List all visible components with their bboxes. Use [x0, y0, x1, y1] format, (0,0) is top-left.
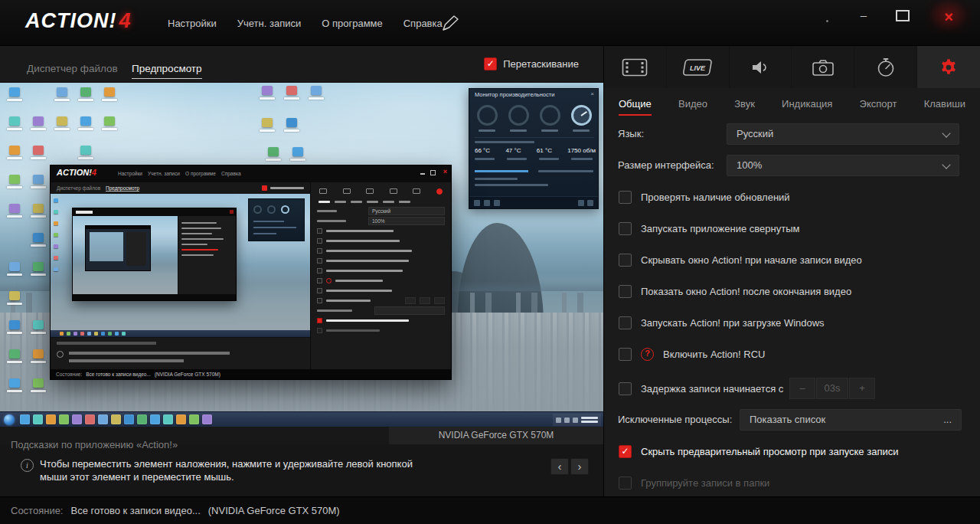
drag-checkbox-checked[interactable]: ✓ — [484, 57, 497, 70]
nested-taskbar-icon — [87, 332, 91, 336]
nested-drag-label-bar — [270, 187, 304, 189]
gadget-temps: 66 °C 47 °C 61 °C 1750 об/м — [475, 147, 596, 154]
tab-preview[interactable]: Предпросмотр — [132, 63, 202, 79]
taskbar-app-icon — [85, 414, 95, 424]
rcu-help-icon[interactable]: ? — [641, 348, 654, 361]
group-label: Группируйте записи в папки — [641, 477, 769, 489]
delay-value: 03s — [816, 378, 848, 399]
delay-label: Задержка записи начинается с — [641, 383, 783, 395]
nested-taskbar-icon — [67, 332, 70, 336]
language-dropdown[interactable]: Русский — [727, 123, 959, 145]
desktop-icon — [100, 116, 119, 136]
gadget-wrench-icon — [587, 200, 593, 206]
desktop-icon — [28, 320, 48, 340]
action-app-window: ACTION!4 Настройки Учетн. записи О прогр… — [0, 0, 980, 524]
nested2-text-bar — [181, 254, 214, 257]
menu-help[interactable]: Справка — [403, 18, 443, 29]
tip-line-2: мыши этот элемент и переместите мышь. — [40, 470, 469, 483]
menu-about[interactable]: О программе — [322, 18, 383, 29]
nested-desktop-icon — [54, 256, 58, 260]
nested-tab-preview: Предпросмотр — [106, 185, 139, 192]
rcu-checkbox[interactable] — [619, 348, 632, 361]
desktop-icon — [257, 86, 277, 106]
drag-toggle[interactable]: ✓ Перетаскивание — [484, 57, 579, 70]
gauge-caption — [510, 129, 527, 132]
screen-preview[interactable]: Монитор производительности × 66 °C 47 °C… — [0, 83, 603, 427]
delay-plus-button[interactable]: + — [849, 378, 875, 399]
nested2-text-bar — [181, 238, 224, 241]
ram-gauge — [508, 105, 529, 126]
show-list-button[interactable]: Показать список ... — [740, 409, 962, 431]
setting-checkbox-row: Запускать Action! при загрузке Windows — [619, 316, 825, 329]
gadget-text-bar — [538, 170, 593, 172]
logo-text: ACTION! — [25, 9, 116, 32]
nested-setting-row — [317, 286, 445, 296]
checkbox[interactable] — [619, 222, 632, 235]
gadget-title: Монитор производительности — [475, 91, 554, 98]
checkbox[interactable] — [619, 191, 632, 204]
checkbox[interactable] — [619, 316, 632, 329]
tip-text: Чтобы переместить элемент наложения, наж… — [40, 457, 469, 483]
minimize-button[interactable]: – — [853, 6, 874, 26]
setting-checkbox-row: Проверять наличие обновлений — [619, 191, 790, 204]
gadget-divider — [475, 137, 594, 138]
usage-bar — [475, 170, 528, 172]
nested-setting-row — [317, 276, 445, 286]
setting-checkbox-row: Показать окно Action! после окончания ви… — [619, 285, 851, 298]
gauge-caption — [573, 129, 590, 132]
nested2-text-bar — [181, 222, 217, 224]
gpu-temp: 61 °C — [537, 147, 552, 154]
prev-tip-button[interactable]: ‹ — [550, 458, 569, 475]
close-button[interactable]: × — [925, 0, 972, 34]
desktop-icon — [5, 87, 24, 107]
group-checkbox-disabled[interactable] — [619, 477, 632, 490]
next-tip-button[interactable]: › — [570, 458, 589, 475]
setting-group-row: Группируйте записи в папки — [619, 477, 769, 490]
nested-window-level2 — [72, 208, 237, 301]
gadget-text-bar — [475, 141, 534, 143]
checkbox-label: Проверять наличие обновлений — [641, 192, 790, 203]
desktop-icon — [100, 87, 119, 107]
pen-tool-icon[interactable] — [441, 15, 461, 35]
menu-settings[interactable]: Настройки — [168, 18, 217, 29]
gadget-footer — [469, 196, 598, 208]
taskbar-app-icon — [46, 414, 56, 424]
setting-checkbox-row: Скрывать окно Action! при начале записи … — [619, 254, 862, 267]
taskbar-app-icon — [137, 414, 147, 424]
ui-scale-dropdown[interactable]: 100% — [727, 155, 959, 176]
gadget-text-bar — [475, 178, 518, 180]
gpu-label: NVIDIA GeForce GTX 570M — [389, 427, 603, 444]
desktop-icon — [76, 87, 96, 107]
checkbox[interactable] — [619, 254, 632, 267]
nested-menubar: Настройки Учетн. записи О программе Спра… — [118, 171, 241, 176]
desktop-icon — [282, 86, 302, 106]
taskbar-app-icon — [72, 414, 82, 424]
chevron-down-icon — [942, 160, 950, 169]
taskbar-app-icon — [111, 414, 121, 424]
setting-hide-preview-row: ✓ Скрыть предварительный просмотр при за… — [619, 445, 898, 458]
menu-accounts[interactable]: Учетн. записи — [237, 18, 301, 29]
checkbox[interactable] — [619, 285, 632, 298]
maximize-button[interactable] — [896, 10, 910, 21]
ui-scale-label: Размер интерфейса: — [618, 155, 714, 176]
tab-file-manager[interactable]: Диспетчер файлов — [27, 63, 118, 74]
temp-caption — [475, 158, 495, 160]
general-settings-form: Язык: Русский Размер интерфейса: 100% Пр… — [604, 46, 980, 496]
nested2-settings — [178, 216, 236, 294]
delay-minus-button[interactable]: – — [789, 378, 815, 399]
temp-caption — [571, 158, 593, 160]
setting-rcu-row: ? Включить Action! RCU — [619, 348, 765, 361]
nested-language-dropdown: Русский — [368, 207, 445, 215]
start-orb-icon — [4, 414, 15, 425]
nested-delay-row — [317, 296, 445, 306]
nested-taskbar-icon — [122, 332, 126, 336]
desktop-icon — [76, 116, 96, 136]
language-label: Язык: — [618, 123, 644, 145]
hide-preview-checkbox-checked[interactable]: ✓ — [619, 445, 632, 458]
logo-badge: 4 — [119, 9, 131, 32]
desktop-icon — [28, 349, 48, 369]
nested-desktop-icon — [54, 221, 58, 225]
status-text: Все готово к записи видео... — [70, 505, 200, 516]
desktop-icon — [28, 262, 48, 282]
delay-checkbox[interactable] — [619, 382, 632, 395]
